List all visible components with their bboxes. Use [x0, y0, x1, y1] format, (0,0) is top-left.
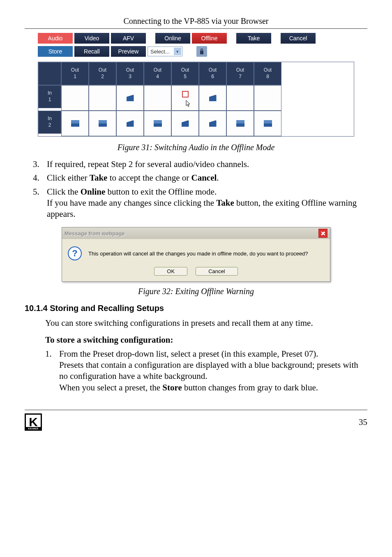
chevron-down-icon: ▾ — [174, 48, 181, 55]
marker-icon — [71, 120, 79, 127]
grid-cell[interactable] — [144, 85, 171, 111]
close-icon[interactable]: ✕ — [318, 229, 327, 238]
paragraph: You can store switching configurations i… — [45, 317, 367, 329]
audio-tab[interactable]: Audio — [38, 33, 73, 44]
grid-cell[interactable] — [226, 85, 254, 111]
switching-grid: Out 1 Out 2 Out 3 Out 4 Out 5 Out 6 Out … — [38, 62, 354, 137]
audio-marker-icon — [127, 120, 134, 127]
audio-marker-icon — [209, 120, 217, 127]
heading-10-1-4: 10.1.4 Storing and Recalling Setups — [25, 304, 367, 313]
afv-tab[interactable]: AFV — [111, 33, 146, 44]
subheading: To store a switching configuration: — [45, 335, 367, 345]
dialog-title-text: Message from webpage — [65, 230, 125, 237]
confirm-dialog: Message from webpage ✕ ? This operation … — [62, 227, 330, 282]
offline-tab[interactable]: Offline — [192, 33, 227, 44]
audio-marker-icon — [209, 95, 217, 101]
kramer-logo: KKRAMER — [25, 413, 42, 431]
selection-outline-icon — [182, 91, 189, 97]
cancel-button[interactable]: Cancel — [281, 33, 316, 44]
page-header: Connecting to the VP-885 via your Browse… — [25, 16, 367, 29]
grid-cell[interactable] — [171, 111, 199, 136]
step-5: 5. Click the Online button to exit the O… — [33, 186, 367, 220]
step-4: 4. Click either Take to accept the chang… — [33, 172, 367, 183]
grid-cell[interactable] — [226, 111, 254, 136]
audio-marker-icon — [182, 120, 189, 127]
video-tab[interactable]: Video — [74, 33, 109, 44]
out-header: Out 5 — [171, 62, 199, 85]
grid-cell[interactable] — [144, 111, 171, 136]
lock-icon[interactable] — [196, 46, 207, 57]
step-3: 3. If required, repeat Step 2 for severa… — [33, 159, 367, 170]
grid-cell[interactable] — [199, 111, 226, 136]
recall-tab[interactable]: Recall — [74, 46, 109, 57]
page-number: 35 — [359, 417, 367, 427]
out-header: Out 6 — [199, 62, 226, 85]
online-tab[interactable]: Online — [155, 33, 190, 44]
matrix-switcher-ui: Audio Video AFV Online Offline Take Canc… — [38, 33, 354, 137]
grid-corner — [38, 62, 61, 85]
out-header: Out 4 — [144, 62, 171, 85]
out-header: Out 3 — [116, 62, 144, 85]
grid-cell[interactable] — [89, 85, 116, 111]
question-icon: ? — [68, 246, 82, 260]
grid-cell[interactable] — [116, 111, 144, 136]
grid-cell[interactable] — [89, 111, 116, 136]
dialog-message: This operation will cancel all the chang… — [88, 251, 308, 257]
marker-icon — [99, 120, 107, 127]
out-header: Out 8 — [254, 62, 281, 85]
figure-caption-32: Figure 32: Exiting Offline Warning — [25, 287, 367, 296]
step-1: 1. From the Preset drop-down list, selec… — [45, 348, 367, 393]
out-header: Out 2 — [89, 62, 116, 85]
out-header: Out 1 — [61, 62, 89, 85]
figure-caption-31: Figure 31: Switching Audio in the Offlin… — [25, 143, 367, 152]
grid-cell[interactable] — [199, 85, 226, 111]
grid-cell[interactable] — [171, 85, 199, 111]
marker-icon — [236, 120, 244, 127]
ok-button[interactable]: OK — [154, 267, 187, 276]
grid-cell[interactable] — [61, 111, 89, 136]
in-header: In 2 — [38, 111, 61, 134]
marker-icon — [154, 120, 162, 127]
preset-select-label: Select... — [150, 49, 170, 55]
cursor-icon — [186, 100, 191, 107]
preview-tab[interactable]: Preview — [111, 46, 146, 57]
grid-cell[interactable] — [254, 111, 281, 136]
marker-icon — [264, 120, 272, 127]
grid-cell[interactable] — [61, 85, 89, 111]
take-button[interactable]: Take — [236, 33, 271, 44]
in-header: In 1 — [38, 85, 61, 108]
out-header: Out 7 — [226, 62, 254, 85]
preset-select[interactable]: Select... ▾ — [148, 46, 182, 56]
grid-cell[interactable] — [116, 85, 144, 111]
store-tab[interactable]: Store — [38, 46, 73, 57]
cancel-button[interactable]: Cancel — [196, 267, 238, 276]
audio-marker-icon — [127, 95, 134, 101]
grid-cell[interactable] — [254, 85, 281, 111]
